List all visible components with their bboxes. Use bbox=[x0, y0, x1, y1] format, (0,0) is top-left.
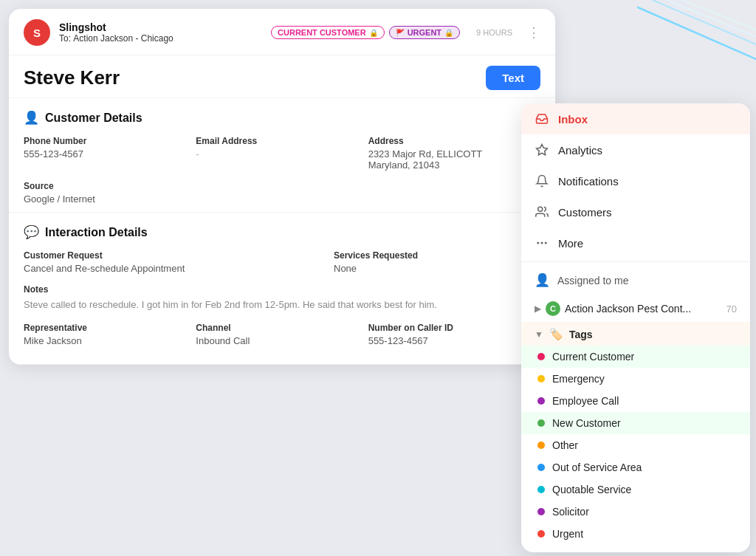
decorative-lines bbox=[594, 0, 756, 96]
app-name: Slingshot bbox=[59, 21, 173, 33]
email-field: Email Address - bbox=[196, 136, 368, 171]
right-panel: InboxAnalyticsNotificationsCustomersMore… bbox=[521, 103, 750, 552]
phone-value: 555-123-4567 bbox=[24, 148, 196, 159]
email-value: - bbox=[196, 148, 368, 159]
tags-label: Tags bbox=[569, 329, 593, 340]
tag-dot bbox=[537, 508, 545, 515]
tag-label: Out of Service Area bbox=[552, 461, 642, 473]
action-jackson-name: Action Jackson Pest Cont... bbox=[565, 303, 722, 315]
tag-dot bbox=[537, 464, 545, 471]
tag-list: Current CustomerEmergencyEmployee CallNe… bbox=[521, 346, 750, 545]
svg-line-2 bbox=[667, 0, 756, 37]
svg-point-8 bbox=[546, 242, 547, 244]
more-icon bbox=[535, 236, 549, 250]
current-customer-tag: CURRENT CUSTOMER 🔒 bbox=[271, 26, 385, 39]
nav-items: InboxAnalyticsNotificationsCustomersMore bbox=[521, 103, 750, 258]
rep-field: Representative Mike Jackson bbox=[24, 323, 196, 346]
tags-header[interactable]: ▼ 🏷️ Tags bbox=[521, 322, 750, 346]
tag-item[interactable]: New Customer bbox=[521, 412, 750, 434]
address-field: Address 2323 Major Rd, ELLICOTT Maryland… bbox=[368, 136, 540, 171]
caller-id-field: Number on Caller ID 555-123-4567 bbox=[368, 323, 540, 346]
tag-dot bbox=[537, 397, 545, 405]
channel-field: Channel Inbound Call bbox=[196, 323, 368, 346]
nav-item-more[interactable]: More bbox=[521, 227, 750, 258]
request-value: Cancel and Re-schedule Appointment bbox=[24, 263, 334, 274]
more-options-icon[interactable]: ⋮ bbox=[527, 24, 540, 41]
phone-field: Phone Number 555-123-4567 bbox=[24, 136, 196, 171]
rep-value: Mike Jackson bbox=[24, 335, 196, 346]
nav-item-inbox[interactable]: Inbox bbox=[521, 103, 750, 134]
rep-label: Representative bbox=[24, 323, 196, 333]
notes-value: Steve called to reschedule. I got him in… bbox=[24, 298, 540, 312]
tag-label: Emergency bbox=[552, 373, 605, 385]
interaction-icon: 💬 bbox=[24, 224, 39, 240]
tag-label: Quotable Service bbox=[552, 484, 631, 495]
tag-item[interactable]: Current Customer bbox=[521, 346, 750, 368]
text-button[interactable]: Text bbox=[486, 66, 540, 90]
tag-label: Employee Call bbox=[552, 395, 619, 407]
aj-c-badge: C bbox=[546, 301, 560, 316]
tag-label: Urgent bbox=[552, 528, 583, 540]
action-jackson-row[interactable]: ▶ C Action Jackson Pest Cont... 70 bbox=[521, 295, 750, 322]
services-label: Services Requested bbox=[334, 250, 540, 261]
svg-point-6 bbox=[537, 242, 539, 244]
address-value: 2323 Major Rd, ELLICOTT Maryland, 21043 bbox=[368, 148, 540, 171]
tag-dot bbox=[537, 530, 545, 538]
customer-details-section: 👤 Customer Details Phone Number 555-123-… bbox=[9, 98, 555, 213]
tag-item[interactable]: Other bbox=[521, 434, 750, 456]
nav-item-analytics[interactable]: Analytics bbox=[521, 134, 750, 165]
assigned-to-me-row: 👤 Assigned to me bbox=[521, 265, 750, 295]
services-value: None bbox=[334, 263, 540, 274]
address-label: Address bbox=[368, 136, 540, 146]
tag-label: Solicitor bbox=[552, 506, 589, 518]
svg-line-0 bbox=[638, 7, 756, 59]
tag-item[interactable]: Solicitor bbox=[521, 501, 750, 523]
tag-dot bbox=[537, 486, 545, 493]
nav-divider bbox=[521, 261, 750, 262]
caller-id-label: Number on Caller ID bbox=[368, 323, 540, 333]
interaction-details-section: 💬 Interaction Details Customer Request C… bbox=[9, 213, 555, 365]
tag-label: Current Customer bbox=[552, 351, 634, 363]
svg-point-5 bbox=[538, 207, 543, 211]
tag-dot bbox=[537, 442, 545, 449]
tag-item[interactable]: Emergency bbox=[521, 368, 750, 390]
tag-item[interactable]: Quotable Service bbox=[521, 478, 750, 501]
analytics-label: Analytics bbox=[558, 144, 602, 157]
customers-label: Customers bbox=[558, 206, 612, 219]
customer-name: Steve Kerr bbox=[24, 66, 120, 89]
card-header: S Slingshot To: Action Jackson - Chicago… bbox=[9, 9, 555, 55]
inbox-label: Inbox bbox=[558, 113, 588, 126]
tag-item[interactable]: Out of Service Area bbox=[521, 456, 750, 478]
avatar: S bbox=[24, 19, 50, 46]
source-label: Source bbox=[24, 181, 540, 191]
tag-item[interactable]: Employee Call bbox=[521, 390, 750, 412]
action-jackson-count: 70 bbox=[726, 303, 737, 315]
email-label: Email Address bbox=[196, 136, 368, 146]
notes-field: Notes Steve called to reschedule. I got … bbox=[24, 284, 540, 312]
channel-label: Channel bbox=[196, 323, 368, 333]
notifications-label: Notifications bbox=[558, 175, 619, 188]
svg-line-3 bbox=[682, 0, 756, 30]
channel-value: Inbound Call bbox=[196, 335, 368, 346]
customer-details-title: 👤 Customer Details bbox=[24, 110, 540, 126]
interaction-details-title: 💬 Interaction Details bbox=[24, 224, 540, 240]
tag-dot bbox=[537, 419, 545, 427]
tag-item[interactable]: Urgent bbox=[521, 523, 750, 545]
expand-chevron-icon: ▶ bbox=[535, 303, 541, 314]
nav-item-customers[interactable]: Customers bbox=[521, 196, 750, 227]
customer-name-row: Steve Kerr Text bbox=[9, 55, 555, 98]
assigned-label: Assigned to me bbox=[557, 275, 629, 286]
assigned-icon: 👤 bbox=[535, 272, 550, 288]
source-field: Source Google / Internet bbox=[24, 181, 540, 205]
urgent-tag: 🚩 URGENT 🔒 bbox=[389, 26, 460, 39]
main-card: S Slingshot To: Action Jackson - Chicago… bbox=[9, 9, 555, 365]
header-tags: CURRENT CUSTOMER 🔒 🚩 URGENT 🔒 bbox=[271, 26, 460, 39]
services-field: Services Requested None bbox=[334, 250, 540, 274]
request-fields-row: Customer Request Cancel and Re-schedule … bbox=[24, 250, 540, 274]
tags-collapse-icon: ▼ bbox=[535, 329, 543, 340]
nav-item-notifications[interactable]: Notifications bbox=[521, 165, 750, 196]
inbox-icon bbox=[535, 111, 549, 126]
tag-label: Other bbox=[552, 439, 578, 451]
request-label: Customer Request bbox=[24, 250, 334, 261]
analytics-icon bbox=[535, 143, 549, 157]
